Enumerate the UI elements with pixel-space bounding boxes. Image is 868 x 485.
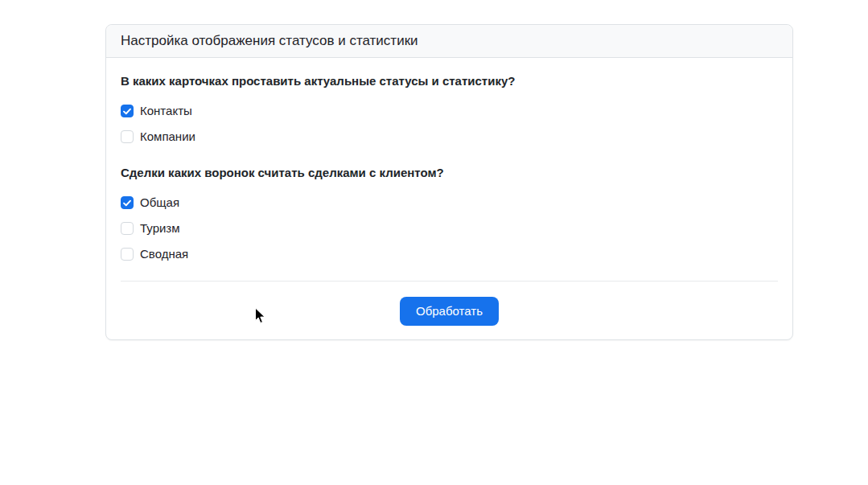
option-label-kompanii: Компании <box>140 129 195 144</box>
panel-body: В каких карточках проставить актуальные … <box>106 58 792 339</box>
question-funnels: Сделки каких воронок считать сделками с … <box>121 166 778 180</box>
option-label-turizm: Туризм <box>140 221 180 236</box>
section-funnels: Сделки каких воронок считать сделками с … <box>121 166 778 261</box>
checkbox-obshchaya[interactable] <box>121 196 134 209</box>
divider <box>121 281 778 282</box>
panel-header: Настройка отображения статусов и статист… <box>106 25 792 58</box>
option-turizm[interactable]: Туризм <box>121 221 778 236</box>
checkbox-kontakty[interactable] <box>121 105 134 117</box>
option-label-kontakty: Контакты <box>140 104 192 118</box>
option-label-obshchaya: Общая <box>140 195 179 210</box>
option-obshchaya[interactable]: Общая <box>121 195 778 210</box>
option-svodnaya[interactable]: Сводная <box>121 247 778 261</box>
option-kompanii[interactable]: Компании <box>121 129 778 144</box>
question-cards: В каких карточках проставить актуальные … <box>121 74 778 88</box>
checkmark-icon <box>123 108 131 115</box>
section-cards: В каких карточках проставить актуальные … <box>121 74 778 144</box>
option-kontakty[interactable]: Контакты <box>121 104 778 118</box>
panel-title: Настройка отображения статусов и статист… <box>121 32 778 49</box>
checkbox-turizm[interactable] <box>121 222 134 235</box>
panel-footer: Обработать <box>121 297 778 326</box>
checkbox-svodnaya[interactable] <box>121 248 134 261</box>
settings-panel: Настройка отображения статусов и статист… <box>105 24 793 340</box>
checkmark-icon <box>123 199 131 207</box>
option-label-svodnaya: Сводная <box>140 247 188 261</box>
process-button[interactable]: Обработать <box>400 297 499 326</box>
checkbox-kompanii[interactable] <box>121 130 134 143</box>
